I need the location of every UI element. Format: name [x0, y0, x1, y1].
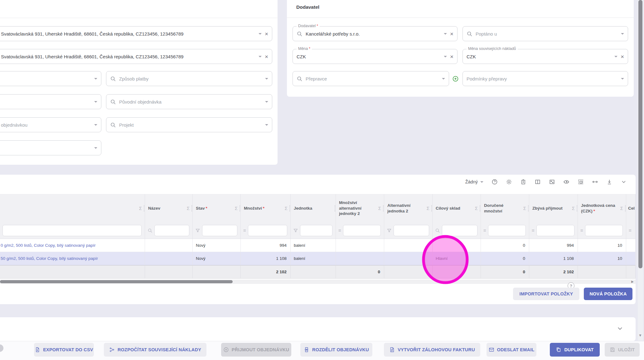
- chevron-down-icon[interactable]: [265, 124, 268, 126]
- download-icon[interactable]: [606, 179, 613, 185]
- filter-input[interactable]: [2, 225, 142, 236]
- table-cell[interactable]: 0: [481, 239, 529, 252]
- clear-icon[interactable]: ×: [450, 54, 453, 60]
- receive-order-button[interactable]: PŘIJMOUT OBJEDNÁVKU: [221, 343, 291, 357]
- sum-icon[interactable]: Σ: [235, 205, 238, 212]
- split-order-button[interactable]: ROZDĚLIT OBJEDNÁVKU: [300, 343, 372, 357]
- table-cell[interactable]: 1 108: [529, 252, 578, 265]
- chevron-down-icon[interactable]: [442, 78, 445, 80]
- filter-funnel-icon[interactable]: [293, 228, 298, 233]
- search-icon[interactable]: [435, 228, 440, 233]
- table-cell[interactable]: 994: [241, 239, 291, 252]
- send-email-button[interactable]: ODESLAT EMAIL: [487, 343, 536, 357]
- column-resize-handle[interactable]: [431, 205, 432, 212]
- column-resize-handle[interactable]: [335, 205, 335, 212]
- collapse-chevron-icon[interactable]: [621, 179, 627, 185]
- zpusob-platby-field[interactable]: Způsob platby: [106, 71, 272, 86]
- chevron-down-icon[interactable]: [265, 101, 268, 103]
- table-cell[interactable]: Nový: [193, 252, 241, 265]
- scrollbar-thumb[interactable]: [0, 280, 233, 283]
- table-horizontal-scrollbar[interactable]: ▶: [0, 280, 636, 284]
- scroll-down-arrow-icon[interactable]: ▼: [638, 333, 642, 338]
- column-resize-handle[interactable]: [289, 205, 290, 212]
- filter-input[interactable]: [488, 225, 526, 236]
- podminky-prepravy-field[interactable]: Podmínky přepravy: [462, 71, 628, 86]
- group-by-select[interactable]: Žádný: [465, 179, 483, 184]
- save-button[interactable]: ULOŽIT: [605, 343, 640, 357]
- table-cell[interactable]: Nový: [193, 239, 241, 252]
- col-header-stav[interactable]: Stav*Σ: [193, 194, 241, 222]
- col-header-jednotka[interactable]: Jednotka: [291, 194, 336, 222]
- filter-input[interactable]: [442, 225, 477, 236]
- table-cell[interactable]: [626, 252, 636, 265]
- chevron-down-icon[interactable]: [259, 56, 262, 57]
- poptano-u-field[interactable]: Poptáno u: [462, 26, 628, 41]
- col-header-dorucene[interactable]: Doručené množstvíΣ: [481, 194, 529, 222]
- visibility-eye-icon[interactable]: [563, 179, 569, 185]
- new-item-button[interactable]: NOVÁ POLOŽKA: [584, 288, 632, 300]
- table-cell[interactable]: 10: [578, 252, 626, 265]
- mena-souvisejicich-field[interactable]: Měna souvisejících nákladů CZK ×: [462, 49, 628, 64]
- col-header-mnozstvi-alt[interactable]: Množství alternativní jednotky 2Σ: [336, 194, 384, 222]
- clear-icon[interactable]: ×: [265, 54, 268, 60]
- col-header-zbyva[interactable]: Zbývá přijmoutΣ: [529, 194, 578, 222]
- sum-icon[interactable]: Σ: [572, 205, 575, 212]
- col-header-jednotkova-cena[interactable]: Jednotková cena (CZK)*Σ: [578, 194, 626, 222]
- equals-operator-icon[interactable]: =: [483, 228, 486, 233]
- sum-icon[interactable]: Σ: [475, 205, 478, 212]
- projekt-field[interactable]: Projekt: [106, 117, 272, 132]
- filter-input[interactable]: [536, 225, 574, 236]
- filter-funnel-icon[interactable]: [195, 228, 200, 233]
- cut-select-field-2[interactable]: [0, 94, 101, 109]
- frame-select-icon[interactable]: [578, 179, 584, 185]
- table-cell[interactable]: 994: [529, 239, 578, 252]
- table-cell[interactable]: [336, 252, 384, 265]
- sum-icon[interactable]: Σ: [187, 205, 190, 212]
- sum-icon[interactable]: Σ: [285, 205, 288, 212]
- column-resize-handle[interactable]: [480, 205, 480, 212]
- settings-gear-icon[interactable]: [506, 179, 512, 185]
- filter-input[interactable]: [343, 225, 381, 236]
- equals-operator-icon[interactable]: =: [629, 228, 632, 233]
- table-cell[interactable]: 1 108: [241, 252, 291, 265]
- chevron-down-icon[interactable]: [94, 78, 97, 80]
- column-resize-handle[interactable]: [383, 205, 384, 212]
- layout-image-icon[interactable]: [549, 179, 555, 185]
- column-resize-handle[interactable]: [240, 205, 240, 212]
- add-carrier-icon[interactable]: [452, 75, 459, 82]
- split-columns-icon[interactable]: [535, 179, 541, 185]
- column-resize-handle[interactable]: [625, 205, 626, 212]
- scrollbar-thumb[interactable]: [638, 0, 642, 268]
- column-resize-handle[interactable]: [528, 205, 529, 212]
- allocate-costs-button[interactable]: ROZPOČÍTAT SOUVISEJÍCÍ NÁKLADY: [104, 343, 206, 357]
- mena-field[interactable]: Měna* CZK ×: [293, 49, 458, 64]
- sum-icon[interactable]: Σ: [378, 205, 381, 212]
- chevron-down-icon[interactable]: [444, 56, 447, 57]
- filter-input[interactable]: [248, 225, 287, 236]
- equals-operator-icon[interactable]: =: [243, 228, 246, 233]
- col-header-alt-jednotka[interactable]: Alternativní jednotka 2Σ: [384, 194, 433, 222]
- import-items-button[interactable]: IMPORTOVAT POLOŽKY: [513, 288, 579, 300]
- table-cell[interactable]: balení: [291, 252, 336, 265]
- filter-input[interactable]: [585, 225, 623, 236]
- clear-icon[interactable]: ×: [450, 31, 453, 37]
- column-resize-handle[interactable]: [144, 205, 144, 212]
- equals-operator-icon[interactable]: =: [338, 228, 341, 233]
- scroll-right-arrow-icon[interactable]: ▶: [631, 280, 634, 283]
- filter-input[interactable]: [154, 225, 189, 236]
- item-name-link[interactable]: 50 g/m2, 500 listů, Color Copy, bílý sat…: [0, 252, 145, 265]
- chevron-down-icon[interactable]: [614, 56, 617, 57]
- prepravce-field[interactable]: Přepravce: [293, 71, 449, 86]
- chevron-down-icon[interactable]: [621, 33, 624, 35]
- table-cell[interactable]: 10: [578, 239, 626, 252]
- table-cell[interactable]: [145, 252, 193, 265]
- col-header-main[interactable]: Σ: [0, 194, 145, 222]
- table-cell[interactable]: balení: [291, 239, 336, 252]
- create-advance-invoice-button[interactable]: VYTVOŘIT ZÁLOHOVOU FAKTURU: [384, 343, 480, 357]
- chevron-down-icon[interactable]: [444, 33, 447, 35]
- table-cell[interactable]: [433, 239, 481, 252]
- cut-select-field-1[interactable]: [0, 71, 101, 86]
- filter-input[interactable]: [202, 225, 237, 236]
- table-cell[interactable]: 0: [481, 252, 529, 265]
- table-cell[interactable]: [384, 252, 433, 265]
